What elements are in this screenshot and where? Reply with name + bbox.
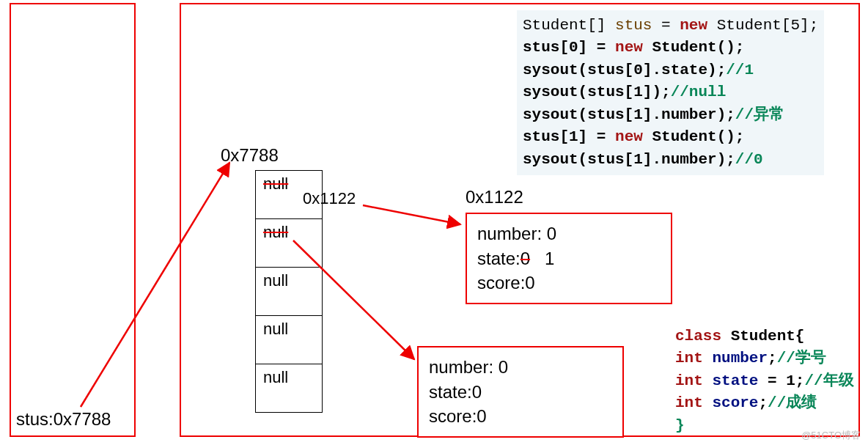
object1-score: score:0: [477, 271, 661, 295]
code-snippet-main: Student[] stus = new Student[5]; stus[0]…: [517, 10, 824, 175]
object1-state: state:0 1: [477, 246, 661, 271]
stack-variable: stus:0x7788: [16, 409, 111, 430]
array-cell-1: null: [256, 218, 322, 267]
object2-number: number: 0: [429, 355, 612, 380]
array-cell-3: null: [256, 315, 322, 364]
array-address: 0x7788: [221, 145, 279, 166]
object2-state: state:0: [429, 380, 612, 405]
watermark: @51CTO博客: [801, 429, 861, 442]
object2-box: number: 0 state:0 score:0: [417, 346, 624, 438]
object1-number: number: 0: [477, 221, 661, 246]
object2-score: score:0: [429, 404, 612, 429]
array-cell-4: null: [256, 364, 322, 412]
ref-addr-label: 0x1122: [303, 189, 356, 208]
object1-box: number: 0 state:0 1 score:0: [466, 213, 672, 304]
array-cell-2: null: [256, 267, 322, 315]
object1-address: 0x1122: [466, 187, 523, 208]
code-snippet-class: class Student{ int number;//学号 int state…: [669, 321, 860, 441]
stack-region: [10, 3, 136, 437]
